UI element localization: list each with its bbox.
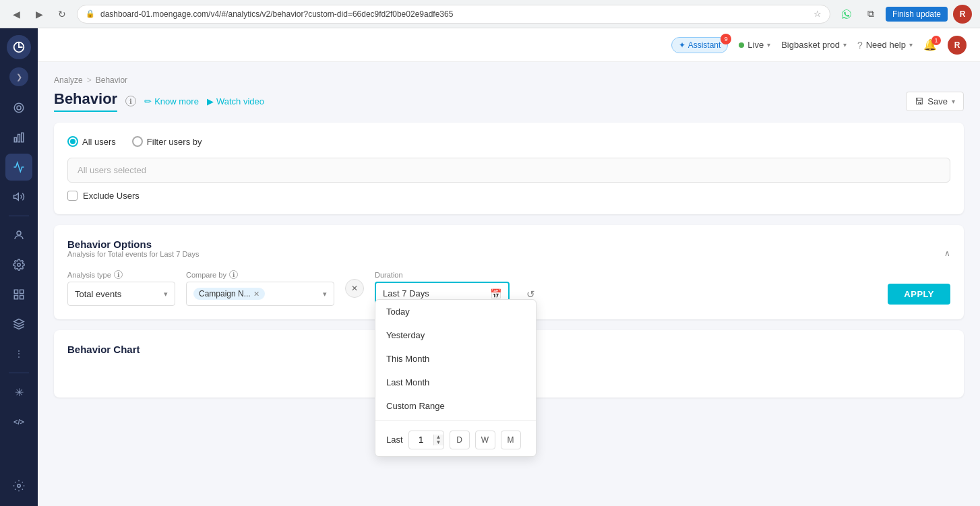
collapse-icon[interactable]: ∧ [944, 249, 950, 258]
apply-button[interactable]: APPLY [888, 284, 950, 305]
behavior-options-section: Behavior Options Analysis for Total even… [54, 225, 964, 319]
section-header-row: Behavior Options Analysis for Total even… [67, 239, 950, 267]
period-d-button[interactable]: D [450, 431, 470, 449]
analysis-type-select[interactable]: Total events ▾ [67, 282, 175, 306]
compare-by-select[interactable]: Campaign N... ✕ ▾ [186, 282, 334, 306]
all-users-radio[interactable]: All users [67, 136, 116, 147]
filter-users-label: Filter users by [147, 137, 202, 147]
forward-button[interactable]: ▶ [31, 6, 47, 22]
page-info-icon[interactable]: ℹ [125, 96, 136, 106]
whatsapp-icon-btn[interactable] [837, 5, 856, 24]
sidebar-item-stack[interactable] [5, 311, 32, 338]
compare-by-chevron: ▾ [323, 290, 327, 298]
dropdown-yesterday[interactable]: Yesterday [375, 323, 536, 347]
sidebar-item-behavior[interactable] [5, 154, 32, 181]
extension-icon-btn[interactable]: ⧉ [861, 5, 880, 24]
page-header: Behavior ℹ ✏ Know more ▶ Watch video 🖫 S… [54, 90, 964, 112]
top-bar: ✦ Assistant 9 Live ▾ Bigbasket prod ▾ ? … [38, 28, 980, 62]
dropdown-today[interactable]: Today [375, 300, 536, 323]
assistant-button[interactable]: ✦ Assistant 9 [671, 37, 729, 53]
svg-point-1 [17, 106, 21, 110]
calendar-icon: 📅 [490, 288, 501, 299]
sidebar-divider-2 [9, 373, 29, 373]
dropdown-custom-range[interactable]: Custom Range [375, 394, 536, 418]
dropdown-last-month[interactable]: Last Month [375, 371, 536, 394]
svg-rect-9 [14, 290, 18, 293]
compare-by-info-icon[interactable]: ℹ [229, 270, 238, 279]
sidebar-toggle[interactable]: ❯ [9, 67, 28, 86]
sidebar: ❯ ⋮ ✳ </> [0, 28, 38, 506]
live-status[interactable]: Live ▾ [739, 40, 770, 50]
radio-group: All users Filter users by [67, 136, 950, 147]
analysis-info-icon[interactable]: ℹ [114, 270, 123, 279]
last-number-field[interactable] [409, 435, 433, 445]
sidebar-item-expand[interactable]: ⋮ [5, 340, 32, 367]
workspace-chevron-icon: ▾ [843, 41, 847, 49]
duration-dropdown: Today Yesterday This Month Last Month Cu… [375, 299, 537, 457]
workspace-selector[interactable]: Bigbasket prod ▾ [781, 40, 847, 50]
browser-chrome: ◀ ▶ ↻ 🔒 dashboard-01.moengage.com/v4/#/a… [0, 0, 980, 28]
back-button[interactable]: ◀ [8, 6, 24, 22]
all-users-label: All users [82, 137, 116, 147]
last-label: Last [386, 435, 403, 445]
notif-badge: 1 [931, 36, 941, 45]
dropdown-divider [375, 420, 536, 421]
duration-label-text: Duration [375, 271, 403, 279]
url-bar[interactable]: 🔒 dashboard-01.moengage.com/v4/#/analyti… [77, 5, 830, 24]
svg-point-8 [18, 263, 21, 267]
sidebar-logo[interactable] [7, 35, 31, 59]
sidebar-bottom [5, 472, 32, 499]
live-chevron-icon: ▾ [767, 41, 770, 49]
sidebar-item-layers[interactable] [5, 281, 32, 308]
workspace-label: Bigbasket prod [781, 40, 840, 50]
exclude-checkbox[interactable] [67, 191, 78, 201]
sidebar-item-gear[interactable] [5, 251, 32, 278]
clear-compare-button[interactable]: ✕ [345, 279, 364, 298]
filter-users-radio-circle [132, 136, 143, 147]
know-more-link[interactable]: ✏ Know more [144, 96, 199, 106]
assistant-badge: 9 [721, 34, 731, 44]
svg-point-13 [18, 484, 21, 488]
help-button[interactable]: ? Need help ▾ [857, 40, 913, 51]
sidebar-item-person[interactable] [5, 222, 32, 249]
duration-value: Last 7 Days [383, 288, 429, 298]
svg-rect-5 [22, 133, 24, 142]
watch-video-link[interactable]: ▶ Watch video [207, 96, 264, 106]
period-w-button[interactable]: W [475, 431, 495, 449]
period-m-button[interactable]: M [501, 431, 521, 449]
app-layout: ❯ ⋮ ✳ </> [0, 28, 980, 506]
user-filter-box[interactable]: All users selected [67, 158, 950, 183]
help-label: Need help [866, 40, 906, 50]
campaign-tag-close[interactable]: ✕ [253, 290, 259, 298]
sidebar-divider-1 [9, 216, 29, 216]
play-icon: ▶ [207, 96, 214, 106]
behavior-options-subtitle: Analysis for Total events for Last 7 Day… [67, 250, 199, 258]
live-dot [739, 42, 744, 48]
save-button[interactable]: 🖫 Save ▾ [906, 92, 964, 111]
svg-rect-4 [18, 135, 20, 142]
sidebar-item-home[interactable] [5, 94, 32, 121]
sidebar-item-code[interactable]: </> [5, 408, 32, 435]
page-content: Analyze > Behavior Behavior ℹ ✏ Know mor… [38, 62, 980, 506]
page-title-row: Behavior ℹ ✏ Know more ▶ Watch video [54, 90, 264, 112]
last-number-input[interactable]: ▲ ▼ [408, 431, 444, 449]
section-titles: Behavior Options Analysis for Total even… [67, 239, 199, 267]
watch-video-label: Watch video [216, 96, 264, 106]
edit-icon: ✏ [144, 96, 152, 106]
filter-users-radio[interactable]: Filter users by [132, 136, 202, 147]
user-avatar[interactable]: R [948, 36, 967, 55]
analysis-type-chevron: ▾ [164, 290, 168, 298]
compare-by-group: Compare by ℹ Campaign N... ✕ ▾ [186, 270, 334, 306]
sidebar-item-integrations[interactable]: ✳ [5, 379, 32, 406]
sidebar-item-megaphone[interactable] [5, 183, 32, 210]
finish-update-button[interactable]: Finish update [886, 7, 948, 22]
dropdown-this-month[interactable]: This Month [375, 347, 536, 371]
decrement-button[interactable]: ▼ [434, 440, 443, 445]
notification-button[interactable]: 🔔 1 [923, 38, 937, 51]
sidebar-item-analytics[interactable] [5, 124, 32, 151]
breadcrumb-analyze[interactable]: Analyze [54, 75, 83, 85]
url-text: dashboard-01.moengage.com/v4/#/analytics… [100, 9, 808, 19]
compare-by-label-text: Compare by [186, 271, 226, 279]
refresh-button[interactable]: ↻ [54, 6, 70, 22]
sidebar-item-settings-bottom[interactable] [5, 472, 32, 499]
